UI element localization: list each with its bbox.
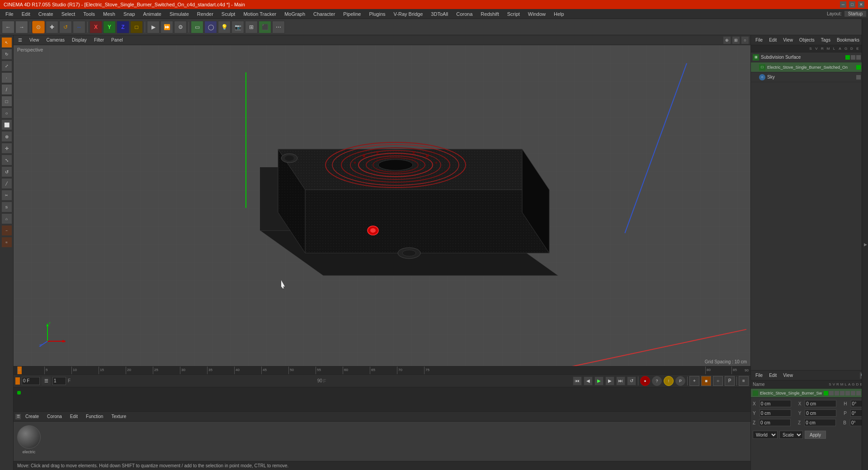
tl-btn2[interactable]: ■ [701, 376, 711, 386]
menu-script[interactable]: Script [504, 10, 524, 18]
tb-undo[interactable]: ← [2, 21, 14, 33]
viewport-canvas[interactable]: Perspective [14, 45, 750, 366]
tb-extrude[interactable]: ⬛ [259, 21, 271, 33]
menu-window[interactable]: Window [524, 10, 549, 18]
mode-auto[interactable]: ! [664, 376, 674, 386]
tl-btn1[interactable]: + [689, 376, 699, 386]
coord-x-pos[interactable] [760, 400, 791, 407]
sb-sculpt1[interactable]: ~ [1, 225, 12, 236]
sb-move[interactable]: ↖ [1, 37, 12, 48]
attr-ctrl5[interactable] [845, 391, 850, 395]
frame-step-input[interactable] [52, 377, 66, 385]
material-electric[interactable]: electric [16, 424, 42, 455]
menu-help[interactable]: Help [550, 10, 568, 18]
scale-select[interactable]: Scale [779, 431, 803, 439]
tb-render[interactable]: ▶ [147, 21, 160, 33]
sb-rotate[interactable]: ↻ [1, 49, 12, 60]
sb-magnet[interactable]: S [1, 202, 12, 212]
sb-live-sel[interactable]: ○ [1, 108, 12, 118]
attr-ctrl6[interactable] [851, 391, 855, 395]
obj-tab-tags[interactable]: Tags [818, 37, 833, 43]
pb-loop[interactable]: ↺ [627, 376, 636, 385]
coord-y-pos[interactable] [760, 409, 791, 417]
tl-btn5[interactable]: ≡ [739, 376, 749, 386]
menu-select[interactable]: Select [58, 10, 79, 18]
attr-selected-obj-row[interactable]: Electric_Stove_Single_Burner_Switched_On [751, 389, 868, 398]
obj-tab-file[interactable]: File [753, 37, 765, 43]
obj-tab-edit[interactable]: Edit [766, 37, 779, 43]
obj-vis-sky[interactable] [856, 75, 861, 80]
vp-view[interactable]: View [27, 37, 42, 43]
attr-ctrl1[interactable] [824, 391, 828, 395]
vp-panel[interactable]: Panel [108, 37, 126, 43]
tb-camera[interactable]: 📷 [231, 21, 244, 33]
sb-move-tool[interactable]: ✛ [1, 143, 12, 154]
menu-vray[interactable]: V-Ray Bridge [390, 10, 427, 18]
pb-play[interactable]: ▶ [594, 376, 604, 385]
obj-tab-view[interactable]: View [780, 37, 796, 43]
tb-z-axis[interactable]: Z [117, 21, 129, 33]
menu-create[interactable]: Create [35, 10, 57, 18]
menu-mograph[interactable]: MoGraph [281, 10, 309, 18]
pb-prev[interactable]: ◀ [584, 376, 593, 385]
attr-ctrl2[interactable] [829, 391, 834, 395]
pb-end[interactable]: ⏭ [616, 376, 625, 385]
vp-snap3[interactable]: ○ [741, 37, 749, 44]
sb-scale[interactable]: ⤢ [1, 61, 12, 71]
coord-z-size[interactable] [804, 419, 836, 426]
menu-redshift[interactable]: Redshift [477, 10, 502, 18]
tb-sky[interactable]: ◯ [204, 21, 217, 33]
tb-more[interactable]: ⋯ [272, 21, 285, 33]
obj-ctrl3-subdiv[interactable] [856, 55, 861, 60]
tb-object-mode[interactable]: ⊙ [32, 21, 45, 33]
menu-motion-tracker[interactable]: Motion Tracker [240, 10, 280, 18]
coord-z-pos[interactable] [759, 419, 791, 426]
vp-display[interactable]: Display [69, 37, 90, 43]
sb-loop-sel[interactable]: ⊕ [1, 131, 12, 142]
menu-corona[interactable]: Corona [453, 10, 476, 18]
sb-sculpt2[interactable]: ≈ [1, 237, 12, 248]
coord-x-size[interactable] [805, 400, 836, 407]
sb-knife[interactable]: ✂ [1, 190, 12, 201]
obj-electric-stove[interactable]: □ Electric_Stove_Single_Burner_Switched_… [751, 62, 868, 72]
tl-btn3[interactable]: ○ [713, 376, 723, 386]
sb-line-cut[interactable]: ╱ [1, 178, 12, 189]
menu-render[interactable]: Render [193, 10, 217, 18]
vp-cameras[interactable]: Cameras [44, 37, 68, 43]
tb-y-axis[interactable]: Y [103, 21, 116, 33]
tb-render-settings[interactable]: ⚙ [174, 21, 187, 33]
close-button[interactable]: ✕ [858, 1, 864, 8]
attr-tab-view[interactable]: View [780, 372, 796, 378]
mode-key[interactable]: ? [652, 376, 662, 386]
mode-p[interactable]: P [675, 376, 685, 386]
menu-animate[interactable]: Animate [140, 10, 165, 18]
obj-vis-stove[interactable] [856, 65, 861, 70]
tb-light[interactable]: 💡 [218, 21, 231, 33]
current-frame-input[interactable] [22, 377, 40, 385]
sb-polygons[interactable]: □ [1, 96, 12, 107]
mat-tab-function[interactable]: Function [82, 414, 107, 419]
obj-tab-bookmarks[interactable]: Bookmarks [834, 37, 862, 43]
tb-floor[interactable]: ▭ [191, 21, 203, 33]
tb-subdivision[interactable]: ⊞ [245, 21, 258, 33]
menu-pipeline[interactable]: Pipeline [340, 10, 364, 18]
timeline-track[interactable] [14, 387, 750, 411]
attr-ctrl3[interactable] [835, 391, 839, 395]
obj-ctrl2-subdiv[interactable] [851, 55, 855, 60]
sb-brush[interactable]: ⌂ [1, 213, 12, 224]
tb-rotate-select[interactable]: ↺ [59, 21, 72, 33]
tb-render-active[interactable]: ⏩ [160, 21, 173, 33]
sb-edges[interactable]: / [1, 84, 12, 95]
menu-edit[interactable]: Edit [18, 10, 34, 18]
tb-timeline[interactable]: ☰ [42, 376, 51, 385]
menu-3dtoall[interactable]: 3DToAll [427, 10, 452, 18]
obj-vis-subdiv[interactable] [845, 55, 850, 60]
mat-tab-texture[interactable]: Texture [108, 414, 130, 419]
menu-sculpt[interactable]: Sculpt [218, 10, 239, 18]
tb-world-axis[interactable]: □ [130, 21, 143, 33]
maximize-button[interactable]: □ [849, 1, 855, 8]
tl-btn4[interactable]: P [725, 376, 735, 386]
menu-file[interactable]: File [2, 10, 17, 18]
obj-subdivision-surface[interactable]: ⊞ Subdivision Surface [751, 52, 868, 62]
mode-record[interactable]: ● [640, 376, 650, 386]
